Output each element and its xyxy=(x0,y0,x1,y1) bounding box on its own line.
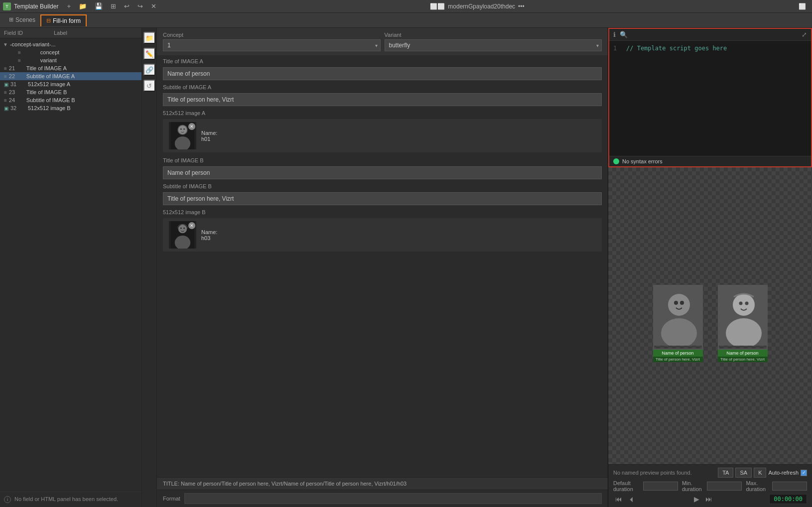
max-duration-input[interactable] xyxy=(772,482,807,491)
tab-fill-in-form[interactable]: ⊟ Fill-in form xyxy=(40,14,87,26)
app-icon: T xyxy=(3,2,11,10)
title-a-input[interactable] xyxy=(163,67,602,80)
auto-refresh-label: Auto-refresh xyxy=(768,470,799,476)
right-panel: ℹ 🔍 ⤢ 1 // Template script goes here No … xyxy=(608,28,812,507)
subtitle-a-input[interactable] xyxy=(163,93,602,106)
syntax-ok-icon xyxy=(613,158,619,164)
svg-point-9 xyxy=(180,228,182,229)
jump-to-end-btn[interactable]: ⏭ xyxy=(703,494,714,504)
tree-item-31[interactable]: ▣ 31 512x512 image A xyxy=(0,80,141,88)
jump-to-start-btn[interactable]: ⏮ xyxy=(613,494,624,504)
tree-root-item[interactable]: ▼ -concept-variant-... xyxy=(0,40,141,48)
format-input[interactable] xyxy=(184,493,602,504)
preview-subtitle-bar-b: Title of person here, Vizrt xyxy=(718,357,768,362)
default-duration-label: Default duration xyxy=(613,480,639,492)
tree-header: Field ID Label xyxy=(0,28,141,38)
file-icon: ⬜⬜ xyxy=(430,3,445,10)
format-label: Format xyxy=(163,496,180,502)
variant-select-wrap: butterfly xyxy=(385,39,602,51)
image-b-remove-btn[interactable]: ✕ xyxy=(188,222,195,229)
tree-item-23[interactable]: ≡ 23 Title of IMAGE B xyxy=(0,88,141,96)
new-tab-button[interactable]: + xyxy=(64,1,73,11)
title-a-row xyxy=(157,65,608,81)
fill-form-icon: ⊟ xyxy=(46,17,51,24)
variant-select[interactable]: butterfly xyxy=(385,39,602,51)
step-back-btn[interactable]: ⏴ xyxy=(626,494,637,504)
preview-photo-a xyxy=(653,285,703,350)
tree-item-concept[interactable]: ≡ concept xyxy=(6,48,141,56)
tree-item-21[interactable]: ≡ 21 Title of IMAGE A xyxy=(0,64,141,72)
default-duration-input[interactable] xyxy=(643,482,678,491)
syntax-status-text: No syntax errors xyxy=(622,158,663,164)
preview-content: Name of person Title of person here, Viz… xyxy=(653,285,768,362)
preview-person-a-svg xyxy=(654,286,703,346)
undo-button[interactable]: ↩ xyxy=(122,1,132,11)
text-field-icon: ≡ xyxy=(18,50,21,55)
form-content: Concept 1 Variant butterfly xyxy=(157,28,608,477)
script-expand-btn[interactable]: ⤢ xyxy=(802,31,807,38)
svg-point-18 xyxy=(733,294,755,316)
open-button[interactable]: 📁 xyxy=(76,1,89,11)
folder-sidebar-btn[interactable]: 📁 xyxy=(143,32,155,44)
k-button[interactable]: K xyxy=(754,468,766,478)
info-text: No field or HTML panel has been selected… xyxy=(14,496,118,502)
image-a-info: Name: h01 xyxy=(201,130,217,142)
image-b-thumb: ✕ xyxy=(169,221,196,249)
tree-item-22[interactable]: ≡ 22 Subtitle of IMAGE A xyxy=(0,72,141,80)
script-code-area[interactable]: // Template script goes here xyxy=(624,41,811,156)
image-b-info: Name: h03 xyxy=(201,229,217,241)
image-b-section-label: 512x512 image B xyxy=(157,206,608,216)
ta-button[interactable]: TA xyxy=(718,468,733,478)
image-a-remove-btn[interactable]: ✕ xyxy=(188,123,195,130)
min-duration-label: Min. duration xyxy=(682,480,703,492)
tree-root-label: -concept-variant-... xyxy=(10,41,56,47)
window-maximize-btn[interactable]: ⬜ xyxy=(796,3,809,10)
concept-variant-row: Concept 1 Variant butterfly xyxy=(157,28,608,55)
preview-subtitle-bar-a: Title of person here, Vizrt xyxy=(653,357,703,362)
refresh-sidebar-btn[interactable]: ↺ xyxy=(143,80,155,92)
link-sidebar-btn[interactable]: 🔗 xyxy=(143,64,155,76)
concept-select[interactable]: 1 xyxy=(163,39,381,51)
tree-item-32[interactable]: ▣ 32 512x512 image B xyxy=(0,104,141,112)
min-duration-input[interactable] xyxy=(707,482,742,491)
sa-button[interactable]: SA xyxy=(735,468,752,478)
svg-point-3 xyxy=(178,126,187,134)
redo-button[interactable]: ↪ xyxy=(135,1,145,11)
auto-refresh-checkbox[interactable]: ✓ xyxy=(801,470,807,476)
svg-point-13 xyxy=(668,294,690,316)
svg-point-5 xyxy=(183,128,185,130)
col-label: Label xyxy=(54,30,67,36)
tree-item-24[interactable]: ≡ 24 Subtitle of IMAGE B xyxy=(0,96,141,104)
tree-arrow-icon: ▼ xyxy=(3,42,8,47)
variant-label: Variant xyxy=(385,32,602,38)
text-field-icon-2: ≡ xyxy=(18,58,21,63)
active-file-tab[interactable]: ⬜⬜ modernGpayload20thdec ••• xyxy=(159,3,796,10)
format-row: Format xyxy=(157,490,608,507)
duration-row: Default duration Min. duration Max. dura… xyxy=(613,480,807,492)
subtitle-a-row xyxy=(157,91,608,107)
tree-item-variant[interactable]: ≡ variant xyxy=(6,56,141,64)
app-title: Template Builder xyxy=(14,3,58,10)
close-button[interactable]: ✕ xyxy=(148,1,159,11)
tab-scenes[interactable]: ⊞ Scenes xyxy=(4,14,40,26)
preview-photo-b xyxy=(718,285,768,350)
script-search-btn[interactable]: 🔍 xyxy=(620,31,628,38)
subtitle-b-input[interactable] xyxy=(163,192,602,205)
preview-name-bar-b: Name of person xyxy=(718,350,768,357)
subtitle-b-label: Subtitle of IMAGE B xyxy=(157,180,608,190)
max-duration-label: Max. duration xyxy=(746,480,768,492)
script-info-btn[interactable]: ℹ xyxy=(613,31,616,38)
save-all-button[interactable]: ⊞ xyxy=(108,1,119,11)
image-a-field: ✕ Name: h01 xyxy=(163,119,602,152)
play-btn[interactable]: ▶ xyxy=(692,494,701,504)
svg-point-20 xyxy=(739,302,742,305)
subtitle-b-row xyxy=(157,190,608,206)
concept-select-wrap: 1 xyxy=(163,39,381,51)
file-name: modernGpayload20thdec xyxy=(448,3,515,10)
title-b-input[interactable] xyxy=(163,166,602,179)
edit-sidebar-btn[interactable]: ✏️ xyxy=(143,48,155,60)
col-field-id: Field ID xyxy=(4,30,39,36)
image-icon-31: ▣ xyxy=(4,82,8,87)
image-a-name-value: h01 xyxy=(201,136,210,142)
save-button[interactable]: 💾 xyxy=(92,1,105,11)
